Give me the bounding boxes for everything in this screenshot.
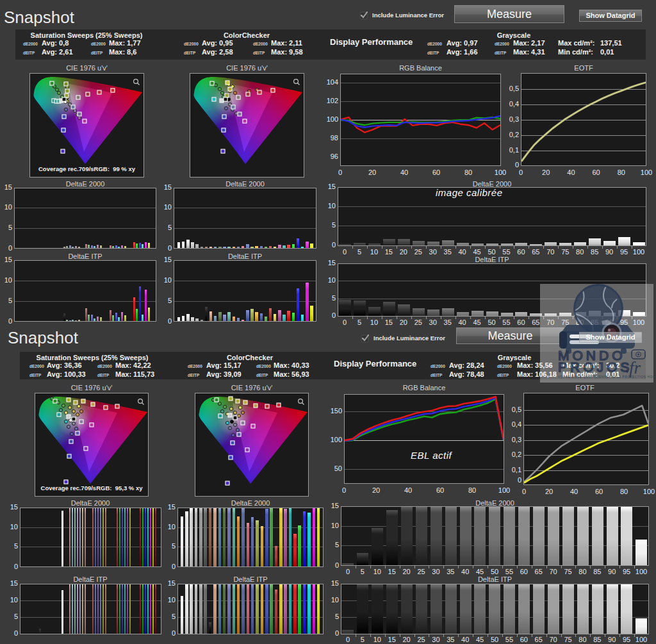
svg-text:fr: fr [629, 358, 641, 377]
svg-text:VOTRE DOSE QUOTIDIENNE DE LA P: VOTRE DOSE QUOTIDIENNE DE LA PROJECTION … [558, 376, 653, 379]
svg-text:PROJOS: PROJOS [558, 359, 632, 374]
